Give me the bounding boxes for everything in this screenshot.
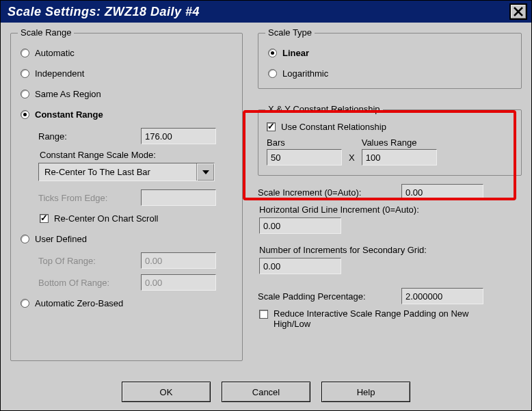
radio-same-as-region-label: Same As Region (35, 89, 101, 99)
radio-same-as-region[interactable]: Same As Region (21, 87, 234, 101)
checkbox-icon (267, 122, 276, 131)
range-label: Range: (38, 131, 134, 142)
mode-dropdown-value: Re-Center To The Last Bar (39, 163, 196, 181)
ok-label: OK (160, 387, 173, 397)
values-range-label: Values Range (362, 137, 437, 148)
radio-constant-range-label: Constant Range (35, 109, 103, 120)
cancel-button[interactable]: Cancel (222, 382, 310, 402)
radio-log-label: Logarithmic (282, 68, 328, 79)
ok-button[interactable]: OK (122, 382, 211, 402)
recenter-scroll-checkbox[interactable]: Re-Center On Chart Scroll (40, 211, 234, 225)
ticks-label: Ticks From Edge: (38, 193, 134, 203)
radio-user-defined-label: User Defined (35, 234, 87, 244)
radio-user-defined[interactable]: User Defined (21, 232, 234, 246)
scale-range-group: Scale Range Automatic Independent Same A… (10, 33, 243, 361)
scale-increment-input[interactable] (401, 184, 483, 200)
use-constant-checkbox[interactable]: Use Constant Relationship (267, 120, 513, 133)
scale-type-group: Scale Type Linear Logarithmic (258, 33, 522, 89)
x-symbol: X (349, 153, 355, 165)
scale-increment-label: Scale Increment (0=Auto): (258, 187, 395, 198)
radio-icon (268, 69, 277, 78)
svg-marker-0 (202, 170, 209, 174)
radio-icon (268, 49, 277, 57)
reduce-padding-label: Reduce Interactive Scale Range Padding o… (274, 308, 479, 329)
window-title: Scale Settings: ZWZ18 Daily #4 (8, 5, 200, 19)
radio-icon (21, 49, 29, 57)
recenter-scroll-label: Re-Center On Chart Scroll (54, 213, 158, 224)
radio-icon (21, 90, 29, 98)
radio-icon (21, 235, 29, 243)
chevron-down-icon (196, 163, 214, 181)
xy-constant-group: X & Y Constant Relationship Use Constant… (258, 109, 522, 176)
radio-icon (21, 299, 29, 308)
scale-settings-dialog: Scale Settings: ZWZ18 Daily #4 Scale Ran… (0, 0, 532, 411)
bars-input[interactable] (267, 149, 342, 165)
padding-input[interactable] (401, 288, 483, 304)
padding-label: Scale Padding Percentage: (258, 291, 395, 302)
use-constant-label: Use Constant Relationship (281, 122, 386, 132)
range-input[interactable] (141, 128, 216, 144)
checkbox-icon (259, 310, 268, 319)
radio-logarithmic[interactable]: Logarithmic (268, 66, 513, 80)
reduce-padding-checkbox[interactable]: Reduce Interactive Scale Range Padding o… (259, 308, 522, 329)
scale-range-title: Scale Range (18, 27, 74, 38)
radio-linear[interactable]: Linear (268, 46, 513, 59)
radio-constant-range[interactable]: Constant Range (21, 107, 234, 121)
nsec-label: Number of Increments for Secondary Grid: (259, 245, 522, 255)
radio-auto-zero-label: Automatic Zero-Based (35, 298, 123, 308)
radio-icon (21, 69, 29, 78)
values-range-input[interactable] (362, 149, 437, 165)
help-label: Help (357, 387, 375, 397)
mode-label: Constant Range Scale Mode: (40, 150, 234, 160)
radio-icon (21, 110, 29, 119)
top-range-label: Top Of Range: (38, 256, 134, 266)
radio-independent-label: Independent (35, 68, 84, 79)
checkbox-icon (40, 214, 49, 223)
cancel-label: Cancel (252, 387, 280, 397)
close-icon (513, 6, 524, 17)
bars-label: Bars (267, 137, 342, 148)
close-button[interactable] (509, 3, 527, 20)
dialog-button-row: OK Cancel Help (1, 382, 531, 402)
help-button[interactable]: Help (321, 382, 410, 402)
nsec-input[interactable] (259, 258, 341, 274)
ticks-input (141, 189, 216, 206)
radio-automatic-label: Automatic (35, 48, 75, 58)
radio-automatic[interactable]: Automatic (21, 46, 234, 59)
radio-independent[interactable]: Independent (21, 66, 234, 80)
xy-constant-title: X & Y Constant Relationship (265, 104, 383, 114)
hgrid-input[interactable] (259, 217, 341, 234)
bottom-range-input (141, 274, 216, 291)
scale-type-title: Scale Type (265, 27, 315, 38)
bottom-range-label: Bottom Of Range: (38, 278, 134, 288)
radio-auto-zero[interactable]: Automatic Zero-Based (21, 296, 234, 310)
radio-linear-label: Linear (282, 48, 309, 58)
mode-dropdown[interactable]: Re-Center To The Last Bar (38, 163, 215, 181)
top-range-input (141, 252, 216, 269)
hgrid-label: Horizontal Grid Line Increment (0=Auto): (259, 204, 522, 215)
titlebar: Scale Settings: ZWZ18 Daily #4 (1, 1, 531, 23)
